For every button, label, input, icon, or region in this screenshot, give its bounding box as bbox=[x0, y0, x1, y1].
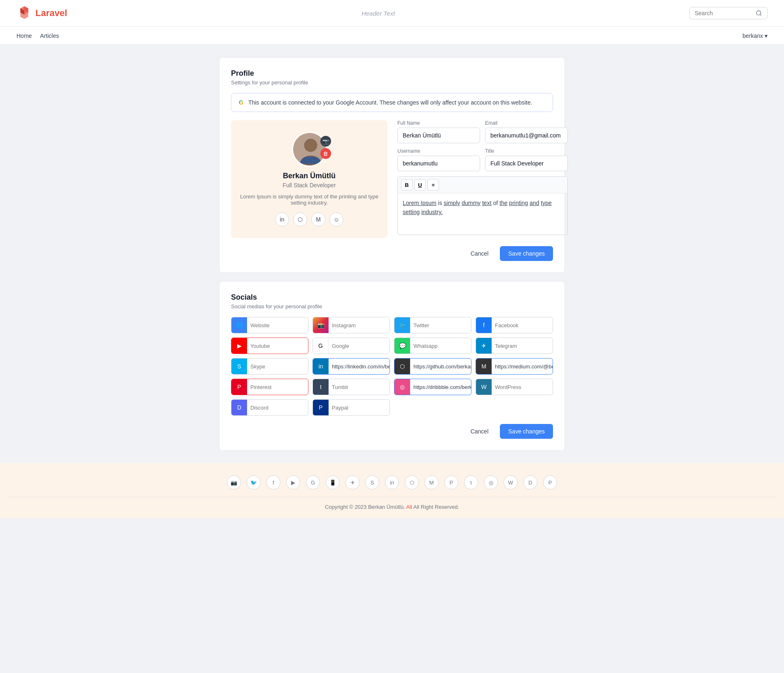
avatar-upload-button[interactable]: 📷 bbox=[320, 136, 331, 147]
social-discord-field: D bbox=[231, 399, 308, 416]
footer-whatsapp-icon[interactable]: 📱 bbox=[326, 475, 340, 489]
profile-medium-icon[interactable]: M bbox=[311, 212, 325, 226]
avatar-actions: 📷 🗑 bbox=[320, 136, 331, 159]
footer-facebook-icon[interactable]: f bbox=[266, 475, 280, 489]
facebook-input[interactable] bbox=[492, 317, 553, 333]
title-input[interactable] bbox=[485, 156, 568, 171]
bio-editor: B U ≡ Lorem Ipsum is simply dummy text o… bbox=[397, 176, 568, 235]
username-label: Username bbox=[397, 148, 480, 154]
footer-github-icon[interactable]: ⬡ bbox=[405, 475, 419, 489]
profile-save-button[interactable]: Save changes bbox=[500, 246, 553, 261]
footer: 📷 🐦 f ▶ G 📱 ✈ S in ⬡ M P t ◎ W D P Copyr… bbox=[0, 463, 784, 518]
footer-copyright: Copyright © 2023 Berkan Ümütlü. All All … bbox=[8, 504, 776, 510]
footer-twitter-icon[interactable]: 🐦 bbox=[247, 475, 261, 489]
full-name-input[interactable] bbox=[397, 128, 480, 143]
profile-social-icons: in ⬡ M ☺ bbox=[275, 212, 343, 226]
socials-card: Socials Social medias for your personal … bbox=[219, 281, 565, 451]
dribbble-input[interactable] bbox=[410, 379, 471, 395]
format-button[interactable]: ≡ bbox=[427, 179, 439, 191]
whatsapp-input[interactable] bbox=[410, 338, 471, 354]
wordpress-input[interactable] bbox=[492, 379, 553, 395]
footer-tumblr-icon[interactable]: t bbox=[464, 475, 478, 489]
tumblr-icon: t bbox=[313, 379, 329, 395]
search-icon bbox=[756, 10, 762, 16]
socials-cancel-button[interactable]: Cancel bbox=[464, 425, 495, 438]
profile-cancel-button[interactable]: Cancel bbox=[464, 247, 495, 260]
footer-skype-icon[interactable]: S bbox=[365, 475, 379, 489]
paypal-input[interactable] bbox=[329, 400, 390, 415]
bold-button[interactable]: B bbox=[401, 179, 413, 191]
discord-input[interactable] bbox=[247, 400, 308, 415]
skype-input[interactable] bbox=[247, 359, 308, 374]
nav-articles[interactable]: Articles bbox=[40, 33, 59, 39]
svg-point-2 bbox=[304, 139, 317, 152]
social-telegram-field: ✈ bbox=[476, 338, 553, 354]
profile-linkedin-icon[interactable]: in bbox=[275, 212, 289, 226]
email-label: Email bbox=[485, 120, 568, 126]
avatar-delete-button[interactable]: 🗑 bbox=[320, 148, 331, 159]
profile-card-footer: Cancel Save changes bbox=[231, 246, 553, 261]
header-center-text: Header Text bbox=[362, 10, 395, 17]
instagram-input[interactable] bbox=[329, 317, 390, 333]
dribbble-icon: ◎ bbox=[394, 379, 410, 395]
social-google-field: G bbox=[313, 338, 390, 354]
header-right bbox=[689, 7, 768, 19]
underline-button[interactable]: U bbox=[414, 179, 426, 191]
footer-dribbble-icon[interactable]: ◎ bbox=[484, 475, 498, 489]
username-input[interactable] bbox=[397, 156, 480, 171]
social-website-field: 🌐 bbox=[231, 317, 308, 333]
social-instagram-field: 📸 bbox=[313, 317, 390, 333]
socials-title: Socials bbox=[231, 293, 553, 302]
social-whatsapp-field: 💬 bbox=[394, 338, 471, 354]
medium-input[interactable] bbox=[492, 359, 553, 374]
search-input[interactable] bbox=[695, 10, 752, 16]
footer-linkedin-icon[interactable]: in bbox=[385, 475, 399, 489]
footer-instagram-icon[interactable]: 📷 bbox=[227, 475, 241, 489]
google-icon: G bbox=[313, 338, 329, 354]
search-box[interactable] bbox=[689, 7, 768, 19]
header: Laravel Header Text bbox=[0, 0, 784, 27]
full-name-field: Full Name bbox=[397, 120, 480, 143]
footer-medium-icon[interactable]: M bbox=[425, 475, 439, 489]
youtube-icon: ▶ bbox=[231, 338, 247, 354]
pinterest-input[interactable] bbox=[247, 379, 308, 395]
footer-youtube-icon[interactable]: ▶ bbox=[286, 475, 300, 489]
nav-links: Home Articles bbox=[16, 33, 59, 39]
tumblr-input[interactable] bbox=[329, 379, 390, 395]
socials-save-button[interactable]: Save changes bbox=[500, 424, 553, 439]
google-logo-icon: G bbox=[239, 99, 243, 106]
google-notice: G This account is connected to your Goog… bbox=[231, 93, 553, 112]
profile-extra-icon[interactable]: ☺ bbox=[329, 212, 343, 226]
youtube-input[interactable] bbox=[247, 338, 308, 354]
website-input[interactable] bbox=[247, 317, 308, 333]
footer-google-icon[interactable]: G bbox=[306, 475, 320, 489]
footer-wordpress-icon[interactable]: W bbox=[504, 475, 518, 489]
nav-home[interactable]: Home bbox=[16, 33, 32, 39]
socials-card-footer: Cancel Save changes bbox=[231, 424, 553, 439]
github-input[interactable] bbox=[410, 359, 471, 374]
twitter-input[interactable] bbox=[410, 317, 471, 333]
avatar-wrap: 📷 🗑 bbox=[292, 132, 327, 167]
footer-telegram-icon[interactable]: ✈ bbox=[345, 475, 359, 489]
footer-discord-icon[interactable]: D bbox=[523, 475, 537, 489]
discord-icon: D bbox=[231, 400, 247, 415]
main-content: Profile Settings for your personal profi… bbox=[211, 57, 573, 451]
social-skype-field: S bbox=[231, 358, 308, 375]
footer-paypal-icon[interactable]: P bbox=[543, 475, 557, 489]
social-tumblr-field: t bbox=[313, 379, 390, 395]
bio-editor-content[interactable]: Lorem Ipsum is simply dummy text of the … bbox=[398, 193, 567, 235]
title-label: Title bbox=[485, 148, 568, 154]
profile-display-bio: Lorem Ipsum is simply dummy text of the … bbox=[239, 193, 379, 206]
profile-github-icon[interactable]: ⬡ bbox=[293, 212, 307, 226]
logo[interactable]: Laravel bbox=[16, 5, 67, 21]
google-input[interactable] bbox=[329, 338, 390, 354]
user-menu[interactable]: berkanx ▾ bbox=[742, 33, 768, 39]
telegram-input[interactable] bbox=[492, 338, 553, 354]
email-input[interactable] bbox=[485, 128, 568, 143]
footer-pinterest-icon[interactable]: P bbox=[444, 475, 458, 489]
linkedin-input[interactable] bbox=[329, 359, 390, 374]
social-medium-field: M bbox=[476, 358, 553, 375]
website-icon: 🌐 bbox=[231, 317, 247, 333]
telegram-icon: ✈ bbox=[476, 338, 492, 354]
socials-subtitle: Social medias for your personal profile bbox=[231, 303, 553, 310]
